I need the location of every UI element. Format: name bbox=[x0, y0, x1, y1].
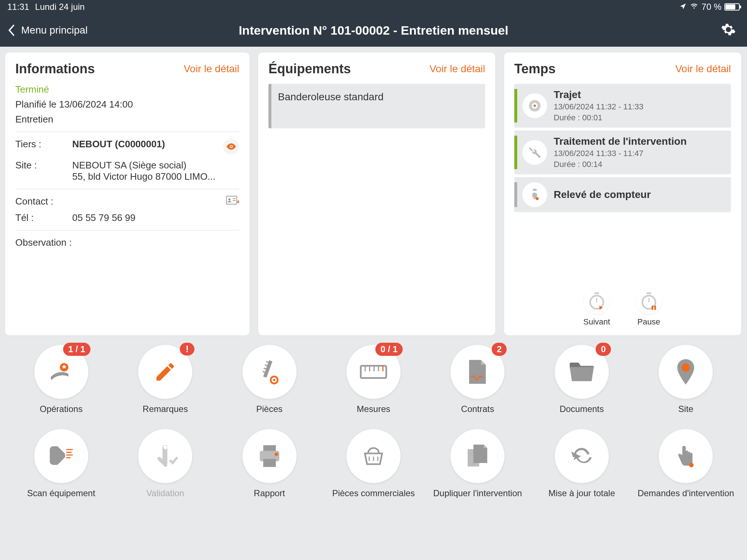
svg-rect-35 bbox=[263, 459, 276, 467]
back-button[interactable]: Menu principal bbox=[0, 23, 95, 37]
dupliquer-label: Dupliquer l'intervention bbox=[433, 488, 522, 499]
contrats-badge: 2 bbox=[492, 343, 507, 356]
demandes-label: Demandes d'intervention bbox=[638, 488, 734, 499]
maj-button[interactable]: Mise à jour totale bbox=[531, 429, 632, 499]
suivant-button[interactable]: Suivant bbox=[583, 288, 610, 327]
svg-point-0 bbox=[231, 146, 232, 147]
status-bar-green bbox=[514, 89, 517, 122]
equip-item-label: Banderoleuse standard bbox=[278, 91, 384, 103]
pieces-commerciales-button[interactable]: Pièces commerciales bbox=[323, 429, 423, 499]
temps-item-traitement[interactable]: Traitement de l'intervention 13/06/2024 … bbox=[514, 131, 731, 174]
info-planned: Planifié le 13/06/2024 14:00 bbox=[15, 99, 239, 110]
pause-button[interactable]: Pause bbox=[636, 288, 662, 327]
svg-point-8 bbox=[536, 197, 539, 200]
scan-button[interactable]: Scan équipement bbox=[11, 429, 111, 499]
validation-label: Validation bbox=[146, 488, 184, 499]
contrats-label: Contrats bbox=[461, 404, 494, 415]
pieces-button[interactable]: Pièces bbox=[219, 345, 320, 415]
observation-label: Observation : bbox=[15, 237, 239, 248]
temps-title: Temps bbox=[514, 61, 556, 77]
svg-rect-12 bbox=[647, 292, 651, 294]
equip-title: Équipements bbox=[268, 61, 351, 77]
scan-label: Scan équipement bbox=[27, 488, 95, 499]
equip-item[interactable]: Banderoleuse standard bbox=[268, 84, 485, 128]
temps-item-range: 13/06/2024 11:32 - 11:33 bbox=[554, 102, 726, 112]
svg-point-27 bbox=[682, 363, 690, 372]
pieces-icon bbox=[258, 359, 281, 385]
contact-card-button[interactable] bbox=[226, 196, 239, 206]
nav-header: Menu principal Intervention N° 101-00002… bbox=[0, 14, 747, 47]
divider bbox=[15, 189, 239, 189]
card-equipements: Équipements Voir le détail Banderoleuse … bbox=[258, 52, 495, 335]
temps-item-trajet[interactable]: Trajet 13/06/2024 11:32 - 11:33 Durée : … bbox=[514, 84, 731, 128]
tiers-label: Tiers : bbox=[15, 139, 72, 150]
status-bar: 11:31 Lundi 24 juin 70 % bbox=[0, 0, 747, 14]
tiers-view-button[interactable] bbox=[223, 139, 239, 155]
location-pin-icon bbox=[675, 358, 697, 386]
rapport-button[interactable]: Rapport bbox=[219, 429, 320, 499]
temps-detail-link[interactable]: Voir le détail bbox=[675, 63, 731, 75]
chevron-left-icon bbox=[7, 23, 15, 37]
back-label: Menu principal bbox=[21, 24, 88, 36]
svg-point-20 bbox=[273, 379, 275, 381]
equip-detail-link[interactable]: Voir le détail bbox=[429, 63, 485, 75]
printer-icon bbox=[258, 444, 282, 468]
vcard-icon bbox=[226, 196, 239, 206]
temps-item-title: Traitement de l'intervention bbox=[554, 136, 726, 147]
documents-button[interactable]: 0 Documents bbox=[531, 345, 632, 415]
validation-button[interactable]: Validation bbox=[115, 429, 215, 499]
hand-point-icon bbox=[676, 444, 696, 468]
status-bar-green bbox=[514, 136, 517, 169]
remarques-label: Remarques bbox=[143, 404, 188, 415]
documents-badge: 0 bbox=[596, 343, 611, 356]
settings-button[interactable] bbox=[721, 22, 736, 39]
page-title: Intervention N° 101-00002 - Entretien me… bbox=[239, 23, 508, 38]
gear-icon bbox=[721, 22, 736, 37]
temps-item-title: Trajet bbox=[554, 89, 726, 101]
site-button[interactable]: Site bbox=[636, 345, 736, 415]
divider bbox=[15, 230, 239, 230]
folder-icon bbox=[569, 361, 595, 382]
trajet-icon bbox=[522, 93, 547, 118]
dupliquer-button[interactable]: Dupliquer l'intervention bbox=[427, 429, 528, 499]
temps-item-releve[interactable]: Relevé de compteur bbox=[514, 177, 731, 212]
info-detail-link[interactable]: Voir le détail bbox=[183, 63, 239, 75]
svg-rect-9 bbox=[595, 292, 599, 294]
tel-label: Tél : bbox=[15, 212, 72, 223]
battery-icon bbox=[724, 3, 740, 11]
stopwatch-play-icon bbox=[584, 288, 610, 314]
remarques-button[interactable]: ! Remarques bbox=[115, 345, 215, 415]
temps-item-duration: Durée : 00:14 bbox=[554, 160, 726, 169]
operations-badge: 1 / 1 bbox=[63, 343, 90, 356]
status-bar-grey bbox=[514, 182, 517, 207]
status-time: 11:31 bbox=[7, 2, 29, 12]
mesures-button[interactable]: 0 / 1 Mesures bbox=[323, 345, 423, 415]
operations-label: Opérations bbox=[40, 404, 82, 415]
contract-icon bbox=[467, 359, 488, 385]
demandes-button[interactable]: Demandes d'intervention bbox=[636, 429, 736, 499]
temps-item-duration: Durée : 00:01 bbox=[554, 113, 726, 122]
pieces-label: Pièces bbox=[256, 404, 283, 415]
mesures-badge: 0 / 1 bbox=[375, 343, 403, 356]
temps-item-range: 13/06/2024 11:33 - 11:47 bbox=[554, 149, 726, 158]
svg-rect-15 bbox=[651, 306, 653, 310]
status-date: Lundi 24 juin bbox=[35, 2, 85, 12]
action-grid: 1 / 1 Opérations ! Remarques Pièces bbox=[0, 341, 747, 502]
operations-button[interactable]: 1 / 1 Opérations bbox=[11, 345, 111, 415]
stopwatch-pause-icon bbox=[636, 288, 662, 314]
mesures-label: Mesures bbox=[357, 404, 390, 415]
scanner-icon bbox=[47, 445, 75, 467]
validation-icon bbox=[152, 444, 178, 468]
contrats-button[interactable]: 2 Contrats bbox=[427, 345, 528, 415]
svg-rect-33 bbox=[263, 445, 276, 451]
info-title: Informations bbox=[15, 61, 95, 77]
refresh-icon bbox=[570, 444, 593, 468]
suivant-label: Suivant bbox=[583, 317, 610, 327]
contact-label: Contact : bbox=[15, 196, 72, 207]
battery-percent: 70 % bbox=[701, 2, 721, 12]
svg-rect-16 bbox=[654, 306, 656, 310]
operations-icon bbox=[47, 359, 76, 385]
site-label: Site bbox=[678, 404, 693, 415]
status-termine: Terminé bbox=[15, 84, 239, 95]
card-temps: Temps Voir le détail Trajet 13/06/2024 1… bbox=[504, 52, 741, 335]
